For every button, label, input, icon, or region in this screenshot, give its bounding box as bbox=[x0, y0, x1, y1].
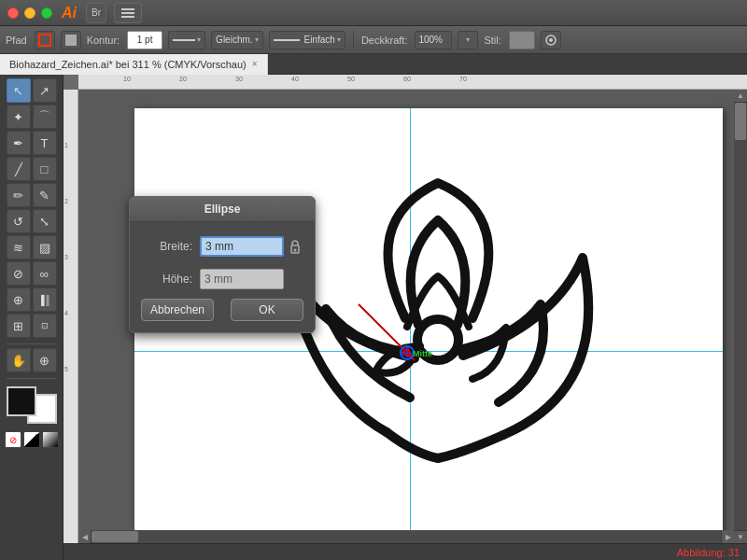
hand-tool[interactable]: ✋ bbox=[7, 348, 31, 372]
breite-row: Breite: 3 mm bbox=[141, 233, 303, 259]
hoehe-row: Höhe: 3 mm bbox=[141, 269, 303, 289]
svg-rect-0 bbox=[121, 8, 134, 10]
eyedropper-tool[interactable]: ⊘ bbox=[7, 261, 31, 286]
scroll-down-btn[interactable]: ▼ bbox=[734, 530, 747, 543]
warp-tool[interactable]: ≋ bbox=[7, 235, 31, 259]
scrollbar-right[interactable]: ▲ ▼ bbox=[734, 90, 747, 543]
symbol-tool[interactable]: ⊕ bbox=[7, 287, 31, 312]
arrange-icon[interactable] bbox=[114, 3, 142, 23]
fill-color-box[interactable] bbox=[61, 31, 81, 49]
gradient-tool[interactable]: ▨ bbox=[33, 235, 57, 259]
statusbar: Abbildung: 31 bbox=[63, 543, 747, 560]
scroll-thumb-v[interactable] bbox=[735, 103, 746, 140]
traffic-lights bbox=[7, 7, 52, 19]
svg-rect-3 bbox=[39, 35, 50, 46]
deckkraft-label: Deckkraft: bbox=[361, 35, 408, 46]
zoom-tool[interactable]: ⊕ bbox=[33, 348, 57, 372]
mitte-label: Mitte bbox=[413, 347, 432, 358]
tool-row-11: ✋ ⊕ bbox=[7, 348, 57, 372]
minimize-button[interactable] bbox=[24, 7, 35, 19]
ruler-left-3: 3 bbox=[64, 254, 68, 260]
dialog-title: Ellipse bbox=[204, 203, 241, 216]
breite-input[interactable]: 3 mm bbox=[200, 236, 284, 257]
gleichm-select[interactable]: Gleichm. ▾ bbox=[211, 31, 262, 49]
stroke-color-box[interactable] bbox=[35, 31, 55, 49]
lasso-tool[interactable]: ⌒ bbox=[33, 105, 57, 129]
ai-logo: Ai bbox=[62, 5, 77, 21]
ellipse-dialog: Ellipse Breite: 3 mm bbox=[129, 196, 316, 333]
document-tab[interactable]: Biohazard_Zeichen.ai* bei 311 % (CMYK/Vo… bbox=[0, 54, 268, 75]
artboard-tool[interactable]: ⊞ bbox=[7, 314, 31, 338]
canvas-area[interactable]: 10 20 30 40 50 60 70 1 2 3 4 5 bbox=[63, 75, 747, 560]
stil-label: Stil: bbox=[484, 35, 500, 46]
paintbrush-tool[interactable]: ✏ bbox=[7, 183, 31, 207]
graph-tool[interactable]: ▐║ bbox=[33, 287, 57, 312]
svg-rect-4 bbox=[65, 35, 77, 46]
ruler-mark-40: 40 bbox=[291, 76, 299, 82]
pen-tool[interactable]: ✒ bbox=[7, 131, 31, 155]
rect-tool[interactable]: □ bbox=[33, 157, 57, 181]
tabbar: Biohazard_Zeichen.ai* bei 311 % (CMYK/Vo… bbox=[0, 54, 747, 75]
scroll-left-btn[interactable]: ◀ bbox=[78, 530, 92, 543]
tool-row-9: ⊕ ▐║ bbox=[7, 287, 57, 312]
stroke-style-select[interactable]: ▾ bbox=[168, 31, 205, 49]
close-button[interactable] bbox=[7, 7, 19, 19]
none-swatch[interactable]: ⊘ bbox=[5, 431, 21, 448]
breite-value: 3 mm bbox=[205, 240, 233, 253]
stroke-width-input[interactable]: 1 pt bbox=[127, 31, 162, 49]
cancel-button[interactable]: Abbrechen bbox=[141, 299, 214, 321]
br-icon[interactable]: Br bbox=[86, 3, 106, 23]
ruler-mark-60: 60 bbox=[403, 76, 411, 82]
color-mode-btn[interactable] bbox=[23, 431, 40, 448]
pencil-tool[interactable]: ✎ bbox=[33, 183, 57, 207]
tool-row-1: ↖ ↗ bbox=[7, 78, 57, 103]
tool-divider-2 bbox=[7, 378, 57, 379]
stroke-color-item bbox=[35, 31, 55, 49]
ruler-left: 1 2 3 4 5 bbox=[63, 90, 78, 560]
tool-row-7: ≋ ▨ bbox=[7, 235, 57, 259]
dialog-buttons: Abbrechen OK bbox=[141, 299, 303, 321]
tool-row-4: ╱ □ bbox=[7, 157, 57, 181]
tool-row-8: ⊘ ∞ bbox=[7, 261, 57, 286]
scroll-thumb-h[interactable] bbox=[92, 531, 138, 542]
line-tool[interactable]: ╱ bbox=[7, 157, 31, 181]
tab-close[interactable]: × bbox=[252, 59, 258, 69]
lock-icon[interactable] bbox=[288, 233, 303, 259]
tool-row-6: ↺ ⤡ bbox=[7, 209, 57, 233]
stil-box[interactable] bbox=[509, 31, 535, 49]
maximize-button[interactable] bbox=[41, 7, 52, 19]
dialog-titlebar: Ellipse bbox=[130, 197, 315, 222]
toolbar: Pfad Kontur: 1 pt ▾ Gleichm. ▾ Einfach ▾… bbox=[0, 26, 747, 54]
einfach-select[interactable]: Einfach ▾ bbox=[269, 31, 345, 49]
gradient-swatch[interactable] bbox=[42, 431, 59, 448]
type-tool[interactable]: T bbox=[33, 131, 57, 155]
slice-tool[interactable]: ⊡ bbox=[33, 314, 57, 338]
opacity-field[interactable]: 100% bbox=[415, 31, 452, 49]
blend-tool[interactable]: ∞ bbox=[33, 261, 57, 286]
svg-rect-1 bbox=[121, 12, 134, 14]
cancel-label: Abbrechen bbox=[150, 303, 204, 316]
ruler-left-1: 1 bbox=[64, 142, 68, 148]
pfad-label: Pfad bbox=[6, 35, 27, 46]
opacity-dropdown[interactable]: ▾ bbox=[458, 31, 478, 49]
scroll-up-btn[interactable]: ▲ bbox=[734, 90, 747, 103]
ruler-mark-10: 10 bbox=[123, 76, 131, 82]
direct-selection-tool[interactable]: ↗ bbox=[33, 78, 57, 103]
ruler-top: 10 20 30 40 50 60 70 bbox=[78, 75, 747, 90]
stroke-swatch[interactable] bbox=[7, 386, 36, 416]
hoehe-input[interactable]: 3 mm bbox=[200, 269, 284, 289]
svg-point-6 bbox=[549, 38, 553, 42]
rotate-tool[interactable]: ↺ bbox=[7, 209, 31, 233]
scale-tool[interactable]: ⤡ bbox=[33, 209, 57, 233]
scrollbar-bottom[interactable]: ◀ ▶ bbox=[78, 530, 734, 543]
magic-wand-tool[interactable]: ✦ bbox=[7, 105, 31, 129]
settings-icon[interactable] bbox=[541, 31, 561, 49]
scroll-right-btn[interactable]: ▶ bbox=[721, 530, 734, 543]
toolbox: ↖ ↗ ✦ ⌒ ✒ T ╱ □ ✏ ✎ ↺ ⤡ ≋ ▨ ⊘ ∞ bbox=[0, 75, 63, 560]
selection-tool[interactable]: ↖ bbox=[7, 78, 31, 103]
tool-row-5: ✏ ✎ bbox=[7, 183, 57, 207]
ok-button[interactable]: OK bbox=[231, 299, 303, 321]
ruler-mark-70: 70 bbox=[459, 76, 467, 82]
ruler-mark-30: 30 bbox=[235, 76, 243, 82]
red-arrow bbox=[349, 295, 443, 388]
